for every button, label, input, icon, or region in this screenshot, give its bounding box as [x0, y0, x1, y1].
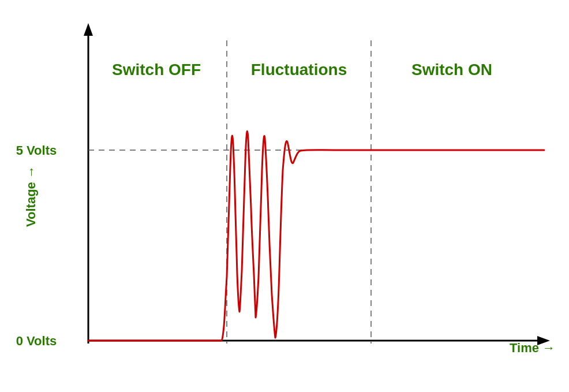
chart-container: Voltage → Time → 5 Volts 0 Volts Switch … — [13, 12, 556, 381]
voltage-axis-label: Voltage → — [24, 166, 38, 227]
switch-on-label: Switch ON — [411, 61, 492, 79]
switch-off-label: Switch OFF — [112, 61, 201, 79]
zero-volts-label: 0 Volts — [16, 334, 57, 348]
five-volts-label: 5 Volts — [16, 143, 57, 158]
fluctuations-label: Fluctuations — [251, 61, 347, 79]
time-axis-label: Time → — [510, 341, 555, 355]
